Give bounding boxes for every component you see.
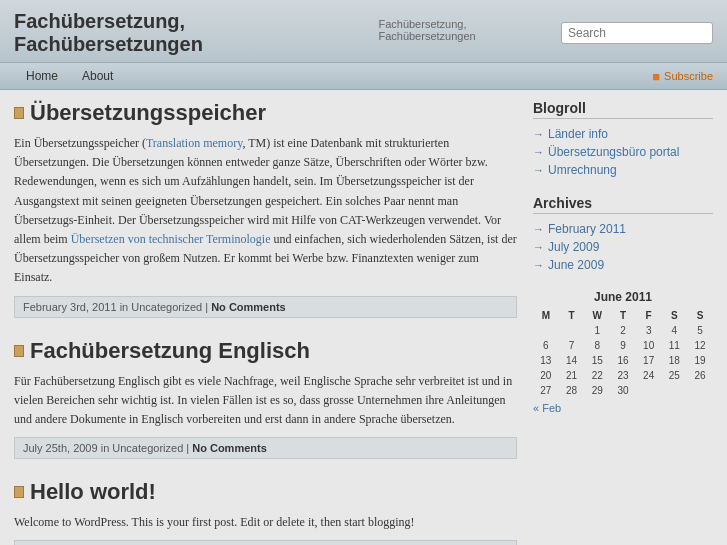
blogroll-link-0[interactable]: → Länder info (533, 125, 713, 143)
calendar-cell (662, 383, 688, 398)
calendar-row: 12345 (533, 323, 713, 338)
calendar-cell[interactable]: 8 (584, 338, 610, 353)
site-subtitle: Fachübersetzung, Fachübersetzungen (378, 18, 561, 42)
calendar-nav: « Feb (533, 402, 713, 414)
calendar-cell[interactable]: 18 (662, 353, 688, 368)
sidebar: Blogroll → Länder info → Übersetzungsbür… (533, 100, 713, 545)
calendar-cell[interactable]: 13 (533, 353, 559, 368)
calendar-row: 13141516171819 (533, 353, 713, 368)
calendar-cell[interactable]: 6 (533, 338, 559, 353)
blogroll-link-1[interactable]: → Übersetzungsbüro portal (533, 143, 713, 161)
calendar-cell[interactable]: 16 (610, 353, 636, 368)
post-comments-1[interactable]: No Comments (211, 301, 286, 313)
post-meta-1: February 3rd, 2011 in Uncategorized | No… (14, 296, 517, 318)
blogroll-section: Blogroll → Länder info → Übersetzungsbür… (533, 100, 713, 179)
calendar-cell[interactable]: 2 (610, 323, 636, 338)
calendar-table: M T W T F S S 12345678910111213141516171… (533, 308, 713, 398)
nav-item-about[interactable]: About (70, 63, 125, 89)
site-title: Fachübersetzung, Fachübersetzungen (14, 10, 368, 56)
calendar-cell[interactable]: 14 (559, 353, 585, 368)
archive-arrow-1: → (533, 241, 544, 253)
nav-bar: Home About ■ Subscribe (0, 63, 727, 90)
nav-links: Home About (14, 63, 125, 89)
blogroll-link-2[interactable]: → Umrechnung (533, 161, 713, 179)
calendar-cell[interactable]: 27 (533, 383, 559, 398)
post-comments-2[interactable]: No Comments (192, 442, 267, 454)
cal-th-f: F (636, 308, 662, 323)
calendar-cell[interactable]: 28 (559, 383, 585, 398)
cal-th-t2: T (610, 308, 636, 323)
post-title-1: Übersetzungsspeicher (14, 100, 517, 126)
post-date-1: February 3rd, 2011 (23, 301, 117, 313)
post-icon-3 (14, 486, 24, 498)
calendar-row: 6789101112 (533, 338, 713, 353)
calendar-cell[interactable]: 15 (584, 353, 610, 368)
arrow-icon-2: → (533, 164, 544, 176)
cal-th-s2: S (687, 308, 713, 323)
archive-link-0[interactable]: → February 2011 (533, 220, 713, 238)
calendar-header-row: M T W T F S S (533, 308, 713, 323)
calendar-cell[interactable]: 24 (636, 368, 662, 383)
post-1: Übersetzungsspeicher Ein Übersetzungsspe… (14, 100, 517, 318)
calendar-cell[interactable]: 30 (610, 383, 636, 398)
calendar-cell[interactable]: 11 (662, 338, 688, 353)
calendar-cell[interactable]: 4 (662, 323, 688, 338)
calendar-cell[interactable]: 21 (559, 368, 585, 383)
cal-th-t1: T (559, 308, 585, 323)
archive-arrow-0: → (533, 223, 544, 235)
header-title-area: Fachübersetzung, Fachübersetzungen Fachü… (14, 10, 561, 56)
post-title-3: Hello world! (14, 479, 517, 505)
post-icon-2 (14, 345, 24, 357)
cal-th-s1: S (662, 308, 688, 323)
calendar-cell[interactable]: 1 (584, 323, 610, 338)
post-meta-2: July 25th, 2009 in Uncategorized | No Co… (14, 437, 517, 459)
archives-section: Archives → February 2011 → July 2009 → J… (533, 195, 713, 274)
main-content: Übersetzungsspeicher Ein Übersetzungsspe… (14, 100, 517, 545)
archive-link-2[interactable]: → June 2009 (533, 256, 713, 274)
arrow-icon-1: → (533, 146, 544, 158)
post-2: Fachübersetzung Englisch Für Fachüberset… (14, 338, 517, 460)
subscribe-area[interactable]: ■ Subscribe (652, 69, 713, 84)
calendar-cell[interactable]: 12 (687, 338, 713, 353)
calendar-body: 1234567891011121314151617181920212223242… (533, 323, 713, 398)
calendar-cell[interactable]: 20 (533, 368, 559, 383)
calendar-cell (533, 323, 559, 338)
post-meta-3: June 21st, 2009 in Uncategorized | 1 Com… (14, 540, 517, 545)
nav-item-home[interactable]: Home (14, 63, 70, 89)
calendar-cell (559, 323, 585, 338)
calendar-cell[interactable]: 7 (559, 338, 585, 353)
calendar-cell[interactable]: 17 (636, 353, 662, 368)
post-category-2: Uncategorized (112, 442, 183, 454)
post-body-2: Für Fachübersetzung Englisch gibt es vie… (14, 372, 517, 430)
cal-th-w: W (584, 308, 610, 323)
calendar-cell[interactable]: 25 (662, 368, 688, 383)
calendar-cell[interactable]: 9 (610, 338, 636, 353)
calendar-cell[interactable]: 5 (687, 323, 713, 338)
cal-th-m: M (533, 308, 559, 323)
calendar-cell (636, 383, 662, 398)
post-category-1: Uncategorized (131, 301, 202, 313)
calendar-cell[interactable]: 10 (636, 338, 662, 353)
post-icon-1 (14, 107, 24, 119)
search-input[interactable] (561, 22, 713, 44)
calendar-cell[interactable]: 19 (687, 353, 713, 368)
calendar-cell (687, 383, 713, 398)
blogroll-title: Blogroll (533, 100, 713, 119)
archive-arrow-2: → (533, 259, 544, 271)
calendar-row: 20212223242526 (533, 368, 713, 383)
search-box (561, 22, 713, 44)
calendar-cell[interactable]: 23 (610, 368, 636, 383)
archive-link-1[interactable]: → July 2009 (533, 238, 713, 256)
calendar-cell[interactable]: 26 (687, 368, 713, 383)
content-area: Übersetzungsspeicher Ein Übersetzungsspe… (0, 90, 727, 545)
calendar-cell[interactable]: 3 (636, 323, 662, 338)
calendar-cell[interactable]: 29 (584, 383, 610, 398)
post-date-2: July 25th, 2009 (23, 442, 98, 454)
archives-title: Archives (533, 195, 713, 214)
post-body-1: Ein Übersetzungsspeicher (Translation me… (14, 134, 517, 288)
calendar-title: June 2011 (533, 290, 713, 304)
calendar-cell[interactable]: 22 (584, 368, 610, 383)
calendar-section: June 2011 M T W T F S S (533, 290, 713, 414)
site-header: Fachübersetzung, Fachübersetzungen Fachü… (0, 0, 727, 63)
calendar-prev[interactable]: « Feb (533, 402, 561, 414)
